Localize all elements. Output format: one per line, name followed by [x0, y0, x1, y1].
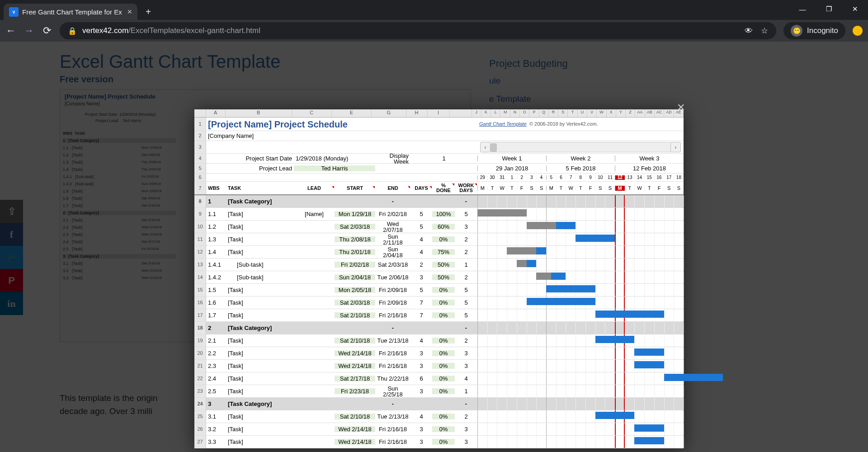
- gantt-bar-remaining: [595, 336, 635, 343]
- new-tab-button[interactable]: +: [140, 7, 156, 17]
- browser-tab[interactable]: v Free Gantt Chart Template for Ex ×: [4, 4, 137, 20]
- task-row[interactable]: 273.3[Task]Wed 2/14/18Fri 2/16/1830%3: [194, 436, 684, 448]
- gantt-bar-done: [527, 222, 556, 229]
- gantt-bar-remaining: [536, 247, 546, 254]
- lightbox-close-icon[interactable]: ×: [677, 99, 685, 115]
- task-row[interactable]: 263.2[Task]Wed 2/14/18Fri 2/16/1830%3: [194, 423, 684, 436]
- task-row[interactable]: 81[Task Category]--: [194, 195, 684, 208]
- spreadsheet: ABCEGHI JKLMNOPQRSTUVWXYZAAABACADAE1[Pro…: [194, 109, 684, 448]
- task-row[interactable]: 161.6[Task]Sat 2/03/18Fri 2/09/1870%5: [194, 297, 684, 309]
- gantt-bar-remaining: [576, 235, 615, 242]
- task-row[interactable]: 171.7[Task]Sat 2/10/18Fri 2/16/1870%5: [194, 309, 684, 322]
- minimize-button[interactable]: ―: [789, 0, 816, 18]
- gantt-bar-remaining: [634, 437, 664, 444]
- gantt-bar-remaining: [556, 222, 576, 229]
- address-bar[interactable]: 🔒 vertex42.com/ExcelTemplates/excel-gant…: [60, 22, 776, 39]
- gantt-bar-remaining: [527, 260, 537, 267]
- task-row[interactable]: 212.3[Task]Wed 2/14/18Fri 2/16/1830%3: [194, 360, 684, 372]
- column-headers: ABCEGHI JKLMNOPQRSTUVWXYZAAABACADAE: [194, 109, 684, 118]
- gantt-bar-done: [507, 247, 536, 254]
- task-row[interactable]: 121.4[Task]Thu 2/01/18Sun 2/04/18475%2: [194, 246, 684, 259]
- week-prev-button[interactable]: ‹: [480, 142, 491, 152]
- task-row[interactable]: 131.4.1[Sub-task]Fri 2/02/18Sat 2/03/182…: [194, 259, 684, 271]
- gantt-bar-done: [536, 273, 551, 280]
- task-row[interactable]: 101.2[Task]Sat 2/03/18Wed 2/07/18560%3: [194, 221, 684, 233]
- gantt-bar-remaining: [527, 298, 595, 305]
- task-row[interactable]: 232.5[Task]Fri 2/23/18Sun 2/25/1830%1: [194, 385, 684, 398]
- lock-icon: 🔒: [68, 27, 77, 35]
- browser-toolbar: ← → ⟳ 🔒 vertex42.com/ExcelTemplates/exce…: [0, 20, 868, 42]
- gantt-bar-remaining: [595, 412, 635, 419]
- star-icon[interactable]: ☆: [761, 26, 768, 36]
- gantt-bar-remaining: [664, 374, 723, 381]
- week-scrollbar[interactable]: [491, 142, 670, 152]
- incognito-icon: 😶: [791, 25, 802, 37]
- task-row[interactable]: 202.2[Task]Wed 2/14/18Fri 2/16/1830%3: [194, 347, 684, 360]
- task-row[interactable]: 151.5[Task]Mon 2/05/18Fri 2/09/1850%5: [194, 284, 684, 297]
- task-row[interactable]: 141.4.2[Sub-task]Sun 2/04/18Tue 2/06/183…: [194, 271, 684, 284]
- url-text: vertex42.com/ExcelTemplates/excel-gantt-…: [82, 26, 736, 35]
- incognito-badge[interactable]: 😶 Incognito: [783, 22, 845, 39]
- favicon-icon: v: [9, 7, 19, 17]
- tab-strip: v Free Gantt Chart Template for Ex × + ―…: [0, 0, 868, 20]
- reload-button[interactable]: ⟳: [42, 25, 52, 37]
- gantt-bar-remaining: [634, 361, 664, 368]
- eye-off-icon[interactable]: 👁: [745, 26, 753, 36]
- gantt-bar-remaining: [634, 348, 664, 356]
- project-title: [Project Name] Project Schedule: [208, 119, 348, 129]
- task-row[interactable]: 243[Task Category]--: [194, 398, 684, 410]
- gantt-bar-remaining: [595, 311, 664, 318]
- task-row[interactable]: 182[Task Category]--: [194, 322, 684, 334]
- task-row[interactable]: 222.4[Task]Sat 2/17/18Thu 2/22/1860%4: [194, 372, 684, 385]
- week-next-button[interactable]: ›: [670, 142, 681, 152]
- close-window-button[interactable]: ✕: [842, 0, 868, 18]
- gantt-bar-done: [477, 209, 527, 217]
- gantt-bar-remaining: [634, 424, 664, 432]
- gantt-bar-done: [517, 260, 527, 267]
- lightbox: × Screenshot of the Free Gantt Chart Tem…: [194, 109, 684, 448]
- close-tab-icon[interactable]: ×: [127, 8, 132, 16]
- tab-title: Free Gantt Chart Template for Ex: [22, 8, 123, 16]
- incognito-label: Incognito: [807, 26, 838, 35]
- forward-button[interactable]: →: [24, 25, 34, 37]
- gantt-bar-remaining: [546, 285, 595, 292]
- gantt-bar-remaining: [551, 273, 566, 280]
- profile-avatar[interactable]: [853, 26, 863, 36]
- task-row[interactable]: 192.1[Task]Sat 2/10/18Tue 2/13/1840%2: [194, 334, 684, 347]
- window-controls: ― ❐ ✕: [789, 0, 868, 18]
- back-button[interactable]: ←: [5, 25, 16, 37]
- maximize-button[interactable]: ❐: [816, 0, 842, 18]
- task-row[interactable]: 253.1[Task]Sat 2/10/18Tue 2/13/1840%2: [194, 410, 684, 423]
- task-row[interactable]: 111.3[Task]Thu 2/08/18Sun 2/11/1840%2: [194, 233, 684, 246]
- page-content: Excel Gantt Chart Template Free version …: [0, 42, 868, 452]
- task-row[interactable]: 91.1[Task][Name]Mon 1/29/18Fri 2/02/1851…: [194, 208, 684, 221]
